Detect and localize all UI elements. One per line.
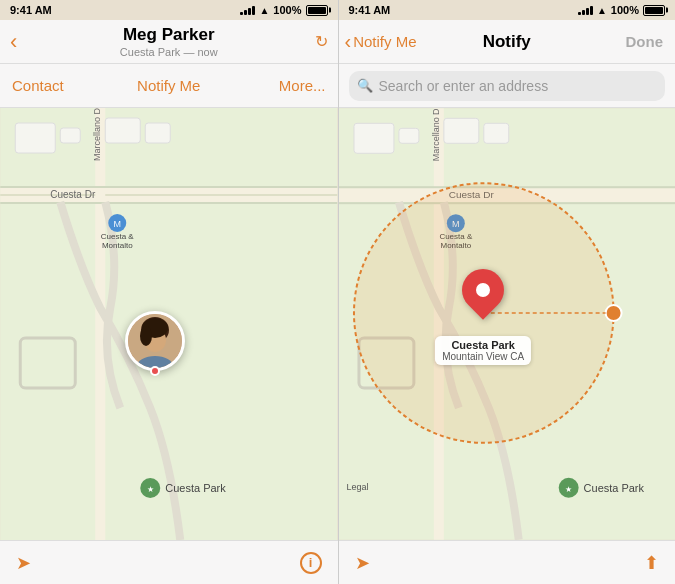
svg-text:Montalto: Montalto [102, 241, 133, 250]
back-button-left[interactable]: ‹ [10, 29, 17, 55]
svg-rect-3 [95, 108, 105, 540]
wifi-icon-left: ▲ [259, 5, 269, 16]
battery-label-left: 100% [273, 4, 301, 16]
svg-text:Marcellano Dr: Marcellano Dr [430, 108, 440, 161]
map-pin [459, 269, 507, 327]
search-input[interactable]: Search or enter an address [379, 78, 549, 94]
signal-icon-left [240, 6, 255, 15]
svg-rect-33 [353, 123, 393, 153]
svg-text:M: M [114, 219, 122, 229]
svg-rect-9 [60, 128, 80, 143]
notify-title: Notify [483, 32, 531, 52]
battery-icon-left [306, 5, 328, 16]
avatar-ring [125, 311, 185, 371]
location-arrow-icon[interactable]: ➤ [16, 552, 31, 574]
location-arrow-icon-right[interactable]: ➤ [355, 552, 370, 574]
info-button[interactable]: i [300, 552, 322, 574]
svg-point-46 [605, 305, 621, 321]
svg-text:Cuesta Dr: Cuesta Dr [50, 189, 96, 200]
svg-text:Cuesta &: Cuesta & [101, 232, 135, 241]
svg-point-24 [140, 326, 152, 346]
more-button[interactable]: More... [221, 77, 338, 94]
svg-text:★: ★ [565, 485, 572, 494]
svg-rect-4 [0, 186, 337, 188]
svg-rect-5 [0, 202, 337, 204]
status-time-right: 9:41 AM [349, 4, 391, 16]
contact-button[interactable]: Contact [0, 77, 117, 94]
status-bar-left: 9:41 AM ▲ 100% [0, 0, 338, 20]
back-label: Notify Me [353, 33, 416, 50]
notify-me-back-button[interactable]: ‹ Notify Me [345, 30, 417, 53]
svg-text:Cuesta Park: Cuesta Park [583, 482, 644, 494]
status-left-right: 9:41 AM [349, 4, 391, 16]
signal-icon-right [578, 6, 593, 15]
nav-bar-right: ‹ Notify Me Notify Done [339, 20, 676, 64]
map-pin-container: Cuesta Park Mountain View CA [459, 269, 507, 327]
notify-me-button[interactable]: Notify Me [117, 77, 222, 94]
svg-rect-34 [398, 128, 418, 143]
battery-icon-right [643, 5, 665, 16]
toolbar-left: Contact Notify Me More... [0, 64, 338, 108]
location-label: Cuesta Park Mountain View CA [435, 336, 531, 365]
svg-rect-8 [15, 123, 55, 153]
contact-name: Meg Parker [120, 25, 218, 45]
map-right[interactable]: M Cuesta & Montalto Cuesta Dr ★ Cuesta P… [339, 108, 676, 540]
nav-bar-left: ‹ Meg Parker Cuesta Park — now ↻ [0, 20, 338, 64]
svg-rect-7 [145, 123, 170, 143]
nav-title-left: Meg Parker Cuesta Park — now [120, 25, 218, 57]
search-box[interactable]: 🔍 Search or enter an address [349, 71, 666, 101]
battery-label-right: 100% [611, 4, 639, 16]
bottom-bar-left: ➤ i [0, 540, 338, 584]
pin-head [453, 260, 512, 319]
location-name: Cuesta Park [442, 339, 524, 351]
svg-text:Marcellano Dr: Marcellano Dr [92, 108, 102, 161]
location-dot-left [150, 366, 160, 376]
done-button[interactable]: Done [626, 33, 664, 50]
svg-text:★: ★ [147, 485, 154, 494]
bottom-bar-right: ➤ ⬆ [339, 540, 676, 584]
share-icon-right[interactable]: ⬆ [644, 552, 659, 574]
pin-dot [476, 283, 490, 297]
status-right-left: ▲ 100% [240, 4, 327, 16]
location-sublabel: Mountain View CA [442, 351, 524, 362]
refresh-button[interactable]: ↻ [315, 32, 328, 51]
right-panel: 9:41 AM ▲ 100% ‹ Notify Me Notify Done [338, 0, 676, 584]
search-bar-area: 🔍 Search or enter an address [339, 64, 676, 108]
user-avatar [125, 311, 185, 371]
status-time-left: 9:41 AM [10, 4, 52, 16]
svg-text:Cuesta Park: Cuesta Park [165, 482, 226, 494]
wifi-icon-right: ▲ [597, 5, 607, 16]
search-icon: 🔍 [357, 78, 373, 93]
contact-location: Cuesta Park — now [120, 46, 218, 58]
map-left[interactable]: M Cuesta & Montalto Cuesta Dr ★ Cuesta P… [0, 108, 338, 540]
legal-text[interactable]: Legal [347, 482, 369, 492]
svg-rect-32 [483, 123, 508, 143]
status-left: 9:41 AM [10, 4, 52, 16]
left-panel: 9:41 AM ▲ 100% ‹ Meg Parker Cuesta Park … [0, 0, 338, 584]
status-right-right: ▲ 100% [578, 4, 665, 16]
back-chevron-icon: ‹ [345, 30, 352, 53]
svg-rect-31 [443, 118, 478, 143]
status-bar-right: 9:41 AM ▲ 100% [339, 0, 676, 20]
svg-rect-6 [105, 118, 140, 143]
